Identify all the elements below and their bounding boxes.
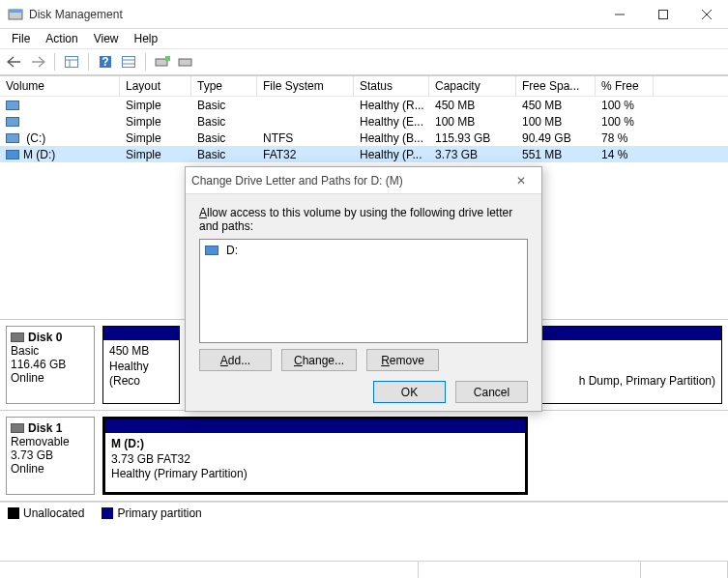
close-button[interactable] <box>684 0 728 28</box>
col-pct[interactable]: % Free <box>596 76 654 96</box>
remove-button[interactable]: Remove <box>366 349 439 371</box>
volume-row[interactable]: (C:) Simple Basic NTFS Healthy (B... 115… <box>0 130 728 146</box>
toolbar-disk-icon[interactable] <box>152 51 173 72</box>
legend-swatch-unallocated <box>8 507 19 519</box>
drive-paths-listbox[interactable]: D: <box>199 239 528 343</box>
legend-swatch-primary <box>102 507 113 519</box>
col-layout[interactable]: Layout <box>120 76 191 96</box>
svg-rect-16 <box>179 59 191 66</box>
menu-action[interactable]: Action <box>38 30 85 47</box>
dialog-titlebar: Change Drive Letter and Paths for D: (M)… <box>186 167 541 194</box>
statusbar <box>0 561 728 578</box>
svg-rect-3 <box>658 10 667 18</box>
svg-text:?: ? <box>102 55 108 69</box>
svg-rect-1 <box>9 10 22 13</box>
dialog-title: Change Drive Letter and Paths for D: (M) <box>191 174 507 188</box>
disk-row: Disk 1 Removable 3.73 GB Online M (D:) 3… <box>0 411 728 502</box>
volume-row[interactable]: Simple Basic Healthy (E... 100 MB 100 MB… <box>0 113 728 130</box>
partition[interactable]: 450 MB Healthy (Reco <box>102 326 180 404</box>
back-button[interactable] <box>4 51 25 72</box>
toolbar-disk2-icon[interactable] <box>175 51 196 72</box>
col-status[interactable]: Status <box>354 76 429 96</box>
toolbar-list-icon[interactable] <box>118 51 139 72</box>
partition-bar <box>103 327 179 340</box>
titlebar: Disk Management <box>0 0 728 29</box>
list-item[interactable]: D: <box>203 243 524 258</box>
menu-view[interactable]: View <box>86 30 127 47</box>
add-button[interactable]: Add... <box>199 349 272 371</box>
forward-button[interactable] <box>27 51 48 72</box>
app-icon <box>8 7 23 22</box>
volume-row-selected[interactable]: M (D:) Simple Basic FAT32 Healthy (P... … <box>0 146 728 162</box>
toolbar-view-icon[interactable] <box>61 51 82 72</box>
volume-icon <box>6 150 19 159</box>
partition-bar <box>105 419 525 433</box>
volume-list-header: Volume Layout Type File System Status Ca… <box>0 76 728 97</box>
svg-rect-11 <box>123 57 135 68</box>
menubar: File Action View Help <box>0 29 728 48</box>
volume-icon <box>6 133 19 143</box>
disk-icon <box>11 423 24 433</box>
disk-icon <box>11 332 24 342</box>
maximize-button[interactable] <box>641 0 684 28</box>
svg-rect-15 <box>165 56 170 61</box>
toolbar: ? <box>0 48 728 75</box>
cancel-button[interactable]: Cancel <box>455 381 528 403</box>
menu-file[interactable]: File <box>4 30 38 47</box>
drive-icon <box>205 246 218 255</box>
volume-row[interactable]: Simple Basic Healthy (R... 450 MB 450 MB… <box>0 97 728 113</box>
window-title: Disk Management <box>29 8 597 21</box>
col-filesystem[interactable]: File System <box>257 76 354 96</box>
disk-info[interactable]: Disk 0 Basic 116.46 GB Online <box>6 326 95 404</box>
legend: Unallocated Primary partition <box>0 502 728 523</box>
disk-info[interactable]: Disk 1 Removable 3.73 GB Online <box>6 417 95 495</box>
partition-selected[interactable]: M (D:) 3.73 GB FAT32 Healthy (Primary Pa… <box>102 417 528 495</box>
col-type[interactable]: Type <box>191 76 257 96</box>
minimize-button[interactable] <box>597 0 641 28</box>
col-volume[interactable]: Volume <box>0 76 120 96</box>
change-drive-letter-dialog: Change Drive Letter and Paths for D: (M)… <box>185 166 542 412</box>
help-icon[interactable]: ? <box>95 51 116 72</box>
dialog-instruction: Allow access to this volume by using the… <box>199 206 528 233</box>
volume-icon <box>6 101 19 110</box>
svg-rect-6 <box>66 57 78 68</box>
menu-help[interactable]: Help <box>127 30 166 47</box>
change-button[interactable]: Change... <box>281 349 357 371</box>
dialog-close-button[interactable]: ✕ <box>507 174 536 188</box>
volume-icon <box>6 117 19 127</box>
ok-button[interactable]: OK <box>373 381 446 403</box>
col-free[interactable]: Free Spa... <box>516 76 596 96</box>
col-capacity[interactable]: Capacity <box>429 76 516 96</box>
